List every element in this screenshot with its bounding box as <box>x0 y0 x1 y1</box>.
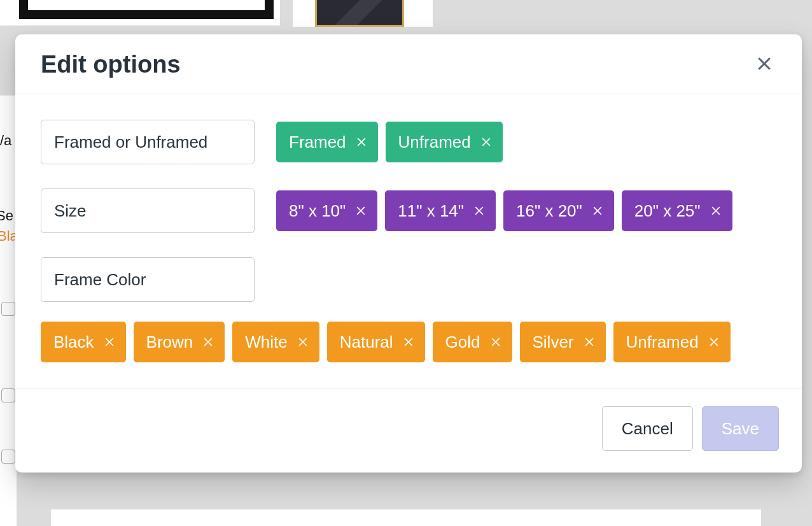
remove-tag-icon[interactable] <box>402 336 415 348</box>
option-name-input[interactable] <box>41 120 255 164</box>
tag-label: 16" x 20" <box>516 201 582 221</box>
option-value-tag[interactable]: Black <box>41 322 126 362</box>
tag-label: Unframed <box>626 332 699 352</box>
option-value-tag[interactable]: Gold <box>433 322 512 362</box>
option-value-tag[interactable]: Unframed <box>386 122 503 162</box>
tag-label: Gold <box>445 332 480 352</box>
option-value-tag[interactable]: 8" x 10" <box>276 190 377 231</box>
tag-label: Framed <box>289 132 346 152</box>
option-values: 8" x 10" 11" x 14" 16" x 20" 20" x 25" <box>276 188 776 231</box>
dialog-footer: Cancel Save <box>15 388 802 473</box>
remove-tag-icon[interactable] <box>354 204 367 217</box>
dialog-title: Edit options <box>41 51 181 78</box>
tag-label: White <box>245 332 287 352</box>
remove-tag-icon[interactable] <box>708 336 720 348</box>
dialog-header: Edit options <box>15 34 802 94</box>
tag-label: Silver <box>533 332 574 352</box>
option-values: Framed Unframed <box>276 120 776 162</box>
remove-tag-icon[interactable] <box>710 204 722 217</box>
option-row: Framed Unframed <box>41 120 776 164</box>
close-button[interactable] <box>752 52 776 78</box>
option-value-tag[interactable]: 11" x 14" <box>385 190 496 231</box>
option-value-tag[interactable]: 16" x 20" <box>503 190 614 231</box>
bg-text-fragment: Se <box>0 208 13 224</box>
bg-text-fragment: /a <box>0 132 11 149</box>
bg-text-fragment: Bla <box>0 228 17 245</box>
remove-tag-icon[interactable] <box>103 336 116 348</box>
option-value-tag[interactable]: 20" x 25" <box>622 190 732 231</box>
remove-tag-icon[interactable] <box>591 204 604 217</box>
remove-tag-icon[interactable] <box>473 204 486 217</box>
option-value-tag[interactable]: Natural <box>327 322 425 362</box>
tag-label: 11" x 14" <box>398 201 464 221</box>
tag-label: Unframed <box>398 132 471 152</box>
option-value-tag[interactable]: Brown <box>134 322 225 362</box>
edit-options-dialog: Edit options Framed Unframed <box>15 34 802 473</box>
option-value-tag[interactable]: Unframed <box>613 322 731 362</box>
option-row: 8" x 10" 11" x 14" 16" x 20" 20" x 25" <box>41 188 776 233</box>
tag-label: Black <box>53 332 94 352</box>
remove-tag-icon[interactable] <box>355 136 368 148</box>
tag-label: 8" x 10" <box>289 201 346 221</box>
close-icon <box>755 66 774 75</box>
remove-tag-icon[interactable] <box>202 336 214 348</box>
tag-label: 20" x 25" <box>634 201 701 221</box>
option-name-input[interactable] <box>41 188 255 233</box>
option-name-input[interactable] <box>41 257 255 302</box>
save-button[interactable]: Save <box>702 406 779 451</box>
option-value-tag[interactable]: Silver <box>520 322 606 362</box>
option-values: Black Brown White Natural Gold Silver <box>41 320 776 362</box>
dialog-body: Framed Unframed 8" x 10" 11" x 14" <box>15 94 802 388</box>
remove-tag-icon[interactable] <box>489 336 502 348</box>
tag-label: Brown <box>146 332 193 352</box>
option-value-tag[interactable]: White <box>232 322 319 362</box>
option-row <box>41 257 776 302</box>
remove-tag-icon[interactable] <box>583 336 596 348</box>
option-value-tag[interactable]: Framed <box>276 122 378 162</box>
cancel-button[interactable]: Cancel <box>602 406 693 451</box>
remove-tag-icon[interactable] <box>480 136 493 148</box>
remove-tag-icon[interactable] <box>297 336 309 348</box>
tag-label: Natural <box>340 332 393 352</box>
